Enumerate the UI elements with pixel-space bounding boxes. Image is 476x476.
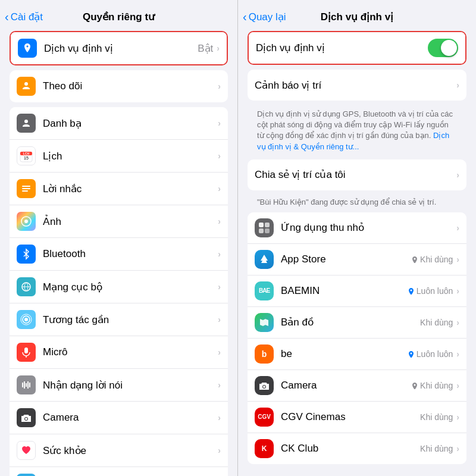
left-back-button[interactable]: ‹ Cài đặt: [5, 11, 43, 23]
svg-rect-20: [265, 223, 270, 227]
app-store-icon: [255, 250, 274, 269]
svg-rect-22: [265, 228, 270, 233]
nhan-dang-loi-noi-chevron: ›: [218, 380, 221, 390]
ung-dung-thu-nho-icon: [255, 218, 274, 237]
micro-item[interactable]: Micrô ›: [10, 336, 228, 369]
anh-icon: [17, 212, 36, 231]
camera-right-item[interactable]: Camera Khi dùng ›: [248, 370, 466, 402]
theo-doi-item[interactable]: Theo dõi ›: [10, 70, 228, 102]
baemin-item[interactable]: BAE BAEMIN Luôn luôn ›: [248, 275, 466, 307]
lich-chevron: ›: [218, 151, 221, 161]
danh-ba-chevron: ›: [218, 118, 221, 128]
canh-bao-item[interactable]: Cảnh báo vị trí ›: [248, 70, 466, 101]
left-nav-title: Quyền riêng tư: [83, 11, 155, 23]
bluetooth-icon: [17, 245, 36, 264]
baemin-status: Luôn luôn: [408, 286, 453, 296]
camera-left-chevron: ›: [218, 413, 221, 422]
left-settings-list: Dịch vụ định vị Bật › Theo dõi ›: [0, 31, 237, 476]
chia-se-footer-text: "Bùi Hữu Kiện" đang được sử dụng để chia…: [257, 198, 436, 206]
left-back-label: Cài đặt: [11, 11, 43, 23]
camera-item[interactable]: Camera ›: [10, 402, 228, 434]
bluetooth-item[interactable]: Bluetooth ›: [10, 238, 228, 271]
svg-point-18: [25, 418, 27, 420]
loi-nhac-icon: [17, 179, 36, 198]
du-lieu-cam-bien-item[interactable]: Dữ liệu cảm biến & sử dụng của: [10, 467, 228, 476]
cgv-item[interactable]: CGV CGV Cinemas Khi dùng ›: [248, 402, 466, 433]
apps-group: Danh bạ › LCH 15 Lịch ›: [10, 107, 228, 476]
location-toggle-item[interactable]: Dịch vụ định vị: [249, 32, 465, 64]
theo-doi-label: Theo dõi: [43, 80, 218, 92]
be-location-icon: [408, 350, 415, 358]
canh-bao-group: Cảnh báo vị trí ›: [248, 70, 466, 101]
svg-rect-15: [24, 347, 28, 353]
micro-label: Micrô: [43, 346, 218, 358]
suc-khoe-chevron: ›: [218, 446, 221, 455]
camera-icon: [17, 408, 36, 427]
nhan-dang-loi-noi-item[interactable]: Nhận dạng lời nói ›: [10, 369, 228, 402]
location-services-icon: [18, 39, 37, 58]
svg-point-24: [263, 386, 265, 388]
app-store-item[interactable]: App Store Khi dùng ›: [248, 244, 466, 275]
right-back-label: Quay lại: [249, 11, 286, 23]
tuong-tac-gan-icon: [17, 310, 36, 329]
suc-khoe-item[interactable]: Sức khỏe ›: [10, 434, 228, 467]
location-services-highlighted[interactable]: Dịch vụ định vị Bật ›: [10, 31, 228, 65]
right-back-button[interactable]: ‹ Quay lại: [243, 11, 286, 23]
camera-location-icon: [411, 382, 418, 389]
right-content-list: Dịch vụ định vị Cảnh báo vị trí › Dịch v…: [238, 31, 476, 476]
lich-icon: LCH 15: [17, 146, 36, 165]
bluetooth-label: Bluetooth: [43, 248, 218, 260]
loi-nhac-item[interactable]: Lời nhắc ›: [10, 173, 228, 205]
cgv-chevron: ›: [456, 412, 459, 422]
micro-chevron: ›: [218, 347, 221, 357]
tuong-tac-gan-item[interactable]: Tương tác gần ›: [10, 303, 228, 336]
theo-doi-icon: [17, 77, 36, 96]
mang-cuc-bo-item[interactable]: Mạng cục bộ ›: [10, 271, 228, 303]
location-services-chevron: ›: [217, 43, 220, 53]
be-icon: b: [255, 345, 274, 364]
chia-se-footer: "Bùi Hữu Kiện" đang được sử dụng để chia…: [248, 195, 466, 212]
chia-se-chevron: ›: [456, 170, 459, 180]
location-services-label: Dịch vụ định vị: [44, 42, 198, 55]
anh-item[interactable]: Ảnh ›: [10, 205, 228, 238]
danh-ba-item[interactable]: Danh bạ ›: [10, 107, 228, 140]
svg-rect-7: [22, 188, 30, 189]
camera-right-icon: [255, 376, 274, 395]
baemin-location-icon: [408, 287, 415, 295]
ck-chevron: ›: [456, 444, 459, 453]
be-status: Luôn luôn: [408, 349, 453, 359]
location-toggle-label: Dịch vụ định vị: [256, 42, 428, 54]
ung-dung-thu-nho-chevron: ›: [456, 223, 459, 233]
chia-se-group: Chia sẻ vị trí của tôi ›: [248, 159, 466, 190]
be-name: be: [281, 348, 408, 360]
danh-ba-icon: [17, 114, 36, 133]
anh-label: Ảnh: [43, 215, 218, 228]
loi-nhac-chevron: ›: [218, 184, 221, 193]
camera-right-status: Khi dùng: [411, 381, 453, 390]
mang-cuc-bo-chevron: ›: [218, 282, 221, 292]
svg-point-12: [24, 318, 28, 321]
apps-list-group: Ứng dụng thu nhỏ › App Store Khi dùng ›: [248, 212, 466, 464]
ban-do-item[interactable]: Bản đồ Khi dùng ›: [248, 307, 466, 339]
right-panel: ‹ Quay lại Dịch vụ định vị Dịch vụ định …: [238, 0, 476, 476]
camera-right-chevron: ›: [456, 381, 459, 390]
ban-do-name: Bản đồ: [281, 316, 420, 328]
ung-dung-thu-nho-item[interactable]: Ứng dụng thu nhỏ ›: [248, 212, 466, 244]
svg-point-0: [24, 82, 28, 86]
camera-left-label: Camera: [43, 412, 218, 424]
camera-right-name: Camera: [281, 380, 411, 392]
lich-item[interactable]: LCH 15 Lịch ›: [10, 140, 228, 173]
svg-text:15: 15: [24, 156, 29, 160]
be-item[interactable]: b be Luôn luôn ›: [248, 339, 466, 370]
location-toggle[interactable]: [428, 39, 458, 57]
canh-bao-label: Cảnh báo vị trí: [255, 79, 456, 92]
baemin-icon: BAE: [255, 281, 274, 300]
svg-point-10: [24, 220, 28, 223]
chia-se-item[interactable]: Chia sẻ vị trí của tôi ›: [248, 159, 466, 190]
right-nav-title: Dịch vụ định vị: [321, 11, 393, 23]
ck-item[interactable]: K CK Club Khi dùng ›: [248, 433, 466, 464]
location-services-item[interactable]: Dịch vụ định vị Bật ›: [11, 32, 227, 64]
left-panel: ‹ Cài đặt Quyền riêng tư Dịch vụ định vị…: [0, 0, 238, 476]
left-nav-bar: ‹ Cài đặt Quyền riêng tư: [0, 0, 237, 31]
svg-rect-19: [259, 223, 264, 227]
